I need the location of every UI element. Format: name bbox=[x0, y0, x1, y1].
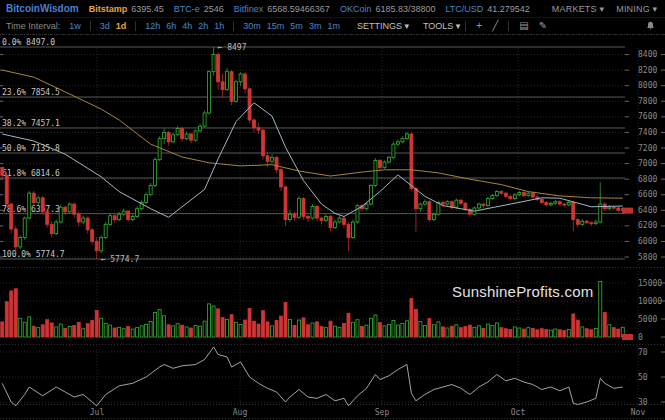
quote-btce: BTC-e2546 bbox=[174, 4, 224, 14]
bitfinex-link[interactable]: Bitfinex bbox=[234, 4, 264, 14]
ltcusd-link[interactable]: LTC/USD bbox=[445, 4, 483, 14]
svg-text:23.6% 7854.5: 23.6% 7854.5 bbox=[2, 88, 60, 97]
last-volume-marker bbox=[622, 334, 633, 340]
top-nav: BitcoinWisdom Bitstamp6395.45 BTC-e2546 … bbox=[0, 0, 665, 18]
svg-text:7800: 7800 bbox=[638, 97, 657, 106]
svg-text:Aug: Aug bbox=[233, 408, 248, 417]
svg-text:6600: 6600 bbox=[638, 190, 657, 199]
svg-text:6200: 6200 bbox=[638, 221, 657, 230]
svg-text:70: 70 bbox=[638, 348, 648, 357]
svg-text:30: 30 bbox=[638, 398, 648, 407]
watermark-text: SunshineProfits.com bbox=[452, 283, 593, 300]
bitstamp-price: 6395.45 bbox=[131, 4, 164, 14]
svg-text:61.8% 6814.6: 61.8% 6814.6 bbox=[2, 169, 60, 178]
svg-text:← 8497: ← 8497 bbox=[218, 43, 247, 52]
btce-link[interactable]: BTC-e bbox=[174, 4, 200, 14]
interval-6h[interactable]: 6h bbox=[166, 21, 176, 31]
svg-text:Sep: Sep bbox=[375, 408, 390, 417]
ltcusd-price: 41.279542 bbox=[487, 4, 530, 14]
svg-text:6400: 6400 bbox=[638, 206, 657, 215]
mining-menu[interactable]: MINING ▾ bbox=[616, 4, 657, 14]
svg-text:7600: 7600 bbox=[638, 112, 657, 121]
quote-bitstamp: Bitstamp6395.45 bbox=[89, 4, 164, 14]
interval-12h[interactable]: 12h bbox=[145, 21, 160, 31]
quote-bitfinex: Bitfinex6568.59466367 bbox=[234, 4, 330, 14]
bell-icon[interactable] bbox=[646, 21, 655, 31]
svg-text:8400: 8400 bbox=[638, 50, 657, 59]
chart-toolbar: Time Interval: 1w 3d 1d 12h 6h 4h 2h 1h … bbox=[0, 17, 665, 35]
interval-1d[interactable]: 1d bbox=[116, 21, 127, 31]
interval-1m[interactable]: 1m bbox=[327, 21, 340, 31]
interval-3m[interactable]: 3m bbox=[309, 21, 322, 31]
svg-text:0: 0 bbox=[638, 333, 643, 342]
svg-text:38.2% 7457.1: 38.2% 7457.1 bbox=[2, 119, 60, 128]
svg-text:0.0% 8497.0: 0.0% 8497.0 bbox=[2, 38, 55, 47]
svg-text:15000: 15000 bbox=[638, 279, 662, 288]
interval-30m[interactable]: 30m bbox=[243, 21, 261, 31]
trendline-icon[interactable]: ╱ bbox=[492, 20, 498, 31]
chart-canvas[interactable]: 0.0% 8497.023.6% 7854.538.2% 7457.150.0%… bbox=[0, 34, 665, 420]
bitfinex-price: 6568.59466367 bbox=[267, 4, 330, 14]
svg-text:8000: 8000 bbox=[638, 81, 657, 90]
last-price-marker bbox=[622, 208, 633, 214]
quote-okcoin: OKCoin6185.83/38800 bbox=[340, 4, 436, 14]
interval-5m[interactable]: 5m bbox=[290, 21, 303, 31]
interval-15m[interactable]: 15m bbox=[267, 21, 285, 31]
interval-4h[interactable]: 4h bbox=[182, 21, 192, 31]
svg-text:5800: 5800 bbox=[638, 253, 657, 262]
bitcoinwisdom-app: BitcoinWisdom Bitstamp6395.45 BTC-e2546 … bbox=[0, 0, 665, 420]
svg-text:6800: 6800 bbox=[638, 175, 657, 184]
svg-text:7000: 7000 bbox=[638, 159, 657, 168]
btce-price: 2546 bbox=[204, 4, 224, 14]
svg-text:100.0% 5774.7: 100.0% 5774.7 bbox=[2, 250, 65, 259]
interval-3d[interactable]: 3d bbox=[100, 21, 110, 31]
svg-text:Jul: Jul bbox=[90, 408, 105, 417]
axis-labels: 8400820080007800760074007200700068006600… bbox=[90, 50, 662, 417]
quote-ltcusd: LTC/USD41.279542 bbox=[445, 4, 529, 14]
grid-layer bbox=[0, 35, 665, 419]
draw-icon[interactable]: ✎ bbox=[539, 20, 547, 31]
tools-menu[interactable]: TOOLS ▾ bbox=[423, 21, 460, 31]
plus-icon[interactable]: + bbox=[476, 20, 482, 31]
interval-1w[interactable]: 1w bbox=[69, 21, 81, 31]
rsi-layer bbox=[2, 347, 623, 406]
svg-text:10000: 10000 bbox=[638, 297, 662, 306]
svg-text:← 5774.7: ← 5774.7 bbox=[101, 255, 140, 264]
svg-text:7400: 7400 bbox=[638, 128, 657, 137]
bitstamp-link[interactable]: Bitstamp bbox=[89, 4, 128, 14]
markets-menu[interactable]: MARKETS ▾ bbox=[552, 4, 604, 14]
okcoin-link[interactable]: OKCoin bbox=[340, 4, 372, 14]
rsi-line bbox=[2, 347, 623, 406]
time-interval-label: Time Interval: bbox=[6, 21, 60, 31]
settings-menu[interactable]: SETTINGS ▾ bbox=[357, 21, 409, 31]
ma-fast bbox=[2, 103, 623, 218]
pattern-icon[interactable]: ▤ bbox=[519, 20, 528, 31]
interval-1h[interactable]: 1h bbox=[214, 21, 224, 31]
svg-text:Oct: Oct bbox=[511, 408, 526, 417]
svg-text:6000: 6000 bbox=[638, 237, 657, 246]
brand-logo[interactable]: BitcoinWisdom bbox=[6, 3, 79, 14]
svg-text:Nov: Nov bbox=[631, 408, 646, 417]
svg-text:8200: 8200 bbox=[638, 66, 657, 75]
svg-text:5000: 5000 bbox=[638, 315, 657, 324]
svg-text:7200: 7200 bbox=[638, 144, 657, 153]
svg-text:50: 50 bbox=[638, 373, 648, 382]
okcoin-price: 6185.83/38800 bbox=[375, 4, 435, 14]
interval-2h[interactable]: 2h bbox=[198, 21, 208, 31]
